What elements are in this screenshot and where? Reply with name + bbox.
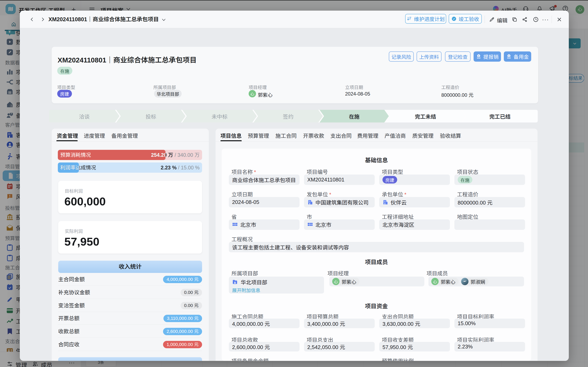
svg-text:$: $	[478, 55, 479, 57]
svg-text:$: $	[509, 55, 510, 57]
